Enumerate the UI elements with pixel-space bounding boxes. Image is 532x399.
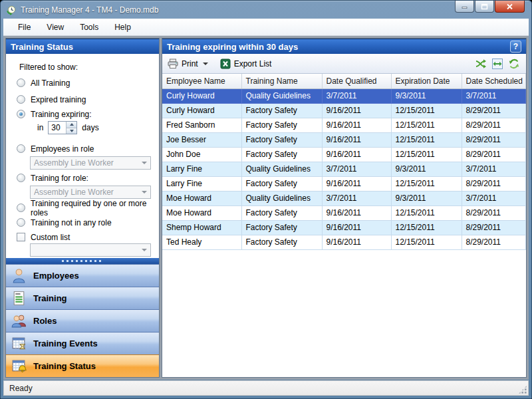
table-row[interactable]: Moe HowardFactory Safety9/16/201112/15/2… [162,205,526,220]
menu-tools[interactable]: Tools [72,20,106,35]
sidebar-header: Training Status [6,39,159,54]
fit-width-icon[interactable] [492,59,503,69]
filter-heading: Filtered to show: [19,63,159,72]
main-header: Training expiring within 30 days ? [162,39,526,54]
table-cell: 3/7/2011 [322,191,391,205]
resize-grip[interactable] [518,385,527,394]
column-header[interactable]: Training Name [241,74,322,88]
days-spinner [48,121,77,134]
table-cell: 12/15/2011 [391,147,462,162]
window-title: Training Manager 4 - TM4 - Demo.mdb [21,5,158,15]
training-role-dropdown[interactable]: Assembly Line Worker [30,186,151,199]
sidebar-item-employees[interactable]: Employees [6,264,159,287]
grip-dots-icon [62,260,103,262]
column-header[interactable]: Date Scheduled [462,74,526,88]
in-label: in [37,123,43,132]
radio-employees-in-role[interactable]: Employees in role [17,144,159,154]
table-row[interactable]: Fred SanbornFactory Safety9/16/201112/15… [162,118,526,132]
table-row[interactable]: Joe BesserFactory Safety9/16/201112/15/2… [162,132,526,147]
spinner-down-button[interactable] [66,128,76,134]
table-row[interactable]: Curly HowardQuality Guidelines3/7/20119/… [162,88,526,103]
table-cell: 9/3/2011 [391,88,462,103]
table-cell: Curly Howard [162,88,241,103]
radio-icon [17,144,25,153]
radio-icon [17,203,25,212]
radio-training-for-role[interactable]: Training for role: [17,173,159,183]
days-input[interactable] [49,122,66,134]
radio-expired-training[interactable]: Expired training [17,94,159,104]
table-row[interactable]: Larry FineFactory Safety9/16/201112/15/2… [162,176,526,191]
checkbox-icon [17,233,25,241]
menu-bar: File View Tools Help [3,19,529,36]
menu-help[interactable]: Help [106,20,139,35]
table-row[interactable]: Curly HowardFactory Safety9/16/201112/15… [162,103,526,118]
table-cell: Factory Safety [241,220,322,235]
radio-training-expiring[interactable]: Training expiring: [17,109,159,119]
table-cell: Factory Safety [241,103,322,118]
column-header[interactable]: Date Qualified [322,74,391,88]
sidebar-item-training-events[interactable]: Training Events [6,332,159,354]
column-header[interactable]: Employee Name [162,74,241,88]
radio-icon-selected [17,110,25,118]
print-button[interactable]: Print [166,57,210,70]
column-header[interactable]: Expiration Date [391,74,462,88]
table-cell: Factory Safety [241,132,322,147]
print-label: Print [182,59,198,68]
table-cell: 12/15/2011 [391,132,462,147]
calendar-hourglass-icon [11,335,27,352]
menu-view[interactable]: View [39,20,72,35]
help-icon[interactable]: ? [510,41,521,53]
employees-role-dropdown[interactable]: Assembly Line Worker [30,156,151,170]
table-row[interactable]: John DoeFactory Safety9/16/201112/15/201… [162,147,526,162]
radio-icon [17,218,25,227]
maximize-button[interactable] [475,1,494,13]
table-cell: 9/16/2011 [322,176,391,191]
table-cell: 9/3/2011 [391,191,462,205]
radio-all-training[interactable]: All Training [17,78,159,88]
table-cell: 12/15/2011 [391,235,462,249]
table-header-row: Employee NameTraining NameDate Qualified… [162,74,526,88]
chevron-down-icon [203,63,208,65]
radio-label: Expired training [31,95,86,104]
custom-list-dropdown[interactable] [30,243,151,257]
checkbox-label: Custom list [31,233,70,242]
sidebar-item-training[interactable]: Training [6,287,159,309]
sidebar: Training Status Filtered to show: All Tr… [5,38,160,378]
splitter-handle[interactable] [6,258,159,264]
refresh-icon[interactable] [509,59,519,69]
expiring-days-row: in days [37,121,159,134]
minimize-button[interactable] [455,1,474,13]
shuffle-columns-icon[interactable] [475,59,486,69]
table-cell: Quality Guidelines [241,191,322,205]
checkbox-custom-list[interactable]: Custom list [17,232,159,242]
table-row[interactable]: Moe HowardQuality Guidelines3/7/20119/3/… [162,191,526,205]
radio-not-in-any-role[interactable]: Training not in any role [17,217,159,227]
table-row[interactable]: Ted HealyFactory Safety9/16/201112/15/20… [162,235,526,249]
menu-file[interactable]: File [10,20,39,35]
toolbar: Print Export List [162,54,526,74]
table-cell: 9/16/2011 [322,118,391,132]
chevron-down-icon [142,162,147,164]
table-cell: 12/15/2011 [391,118,462,132]
table-cell: 9/16/2011 [322,205,391,220]
client-area: Training Status Filtered to show: All Tr… [3,36,529,380]
table-cell: Curly Howard [162,103,241,118]
spinner-up-button[interactable] [66,122,76,128]
close-button[interactable] [495,1,525,13]
table-row[interactable]: Larry FineQuality Guidelines3/7/20119/3/… [162,162,526,176]
table-cell: 12/15/2011 [391,220,462,235]
radio-icon [17,78,25,87]
table-cell: Moe Howard [162,191,241,205]
main-title: Training expiring within 30 days [167,42,298,52]
radio-required-by-roles[interactable]: Training required by one or more roles [17,203,159,213]
table-cell: John Doe [162,147,241,162]
table-cell: Moe Howard [162,205,241,220]
table-cell: Factory Safety [241,118,322,132]
table-cell: 8/29/2011 [462,235,526,249]
radio-label: Training required by one or more roles [31,199,159,217]
radio-icon [17,174,25,182]
sidebar-item-roles[interactable]: Roles [6,309,159,332]
table-row[interactable]: Shemp HowardFactory Safety9/16/201112/15… [162,220,526,235]
sidebar-item-training-status[interactable]: Training Status [6,354,159,377]
export-list-button[interactable]: Export List [218,57,274,70]
